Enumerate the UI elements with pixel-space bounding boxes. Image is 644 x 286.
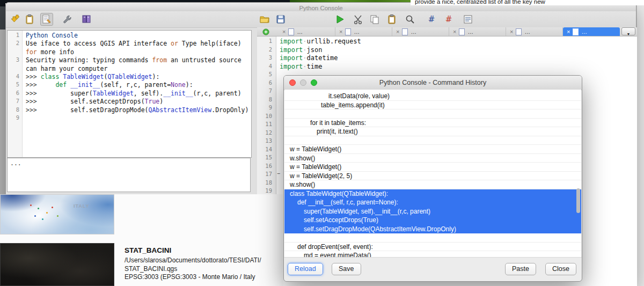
fold-marker[interactable]: −: [277, 171, 280, 177]
copy-icon: [369, 14, 380, 25]
line-number: 10: [257, 113, 276, 121]
object-inspector-button[interactable]: [462, 13, 474, 26]
close-tab-icon[interactable]: ×: [567, 29, 570, 34]
history-item[interactable]: w = TableWidget(): [284, 163, 581, 172]
code-line: Python Console: [26, 32, 251, 40]
line-number: [8, 48, 22, 56]
history-item[interactable]: table_items.append(it): [284, 101, 581, 110]
editor-tab-active[interactable]: ×…: [563, 27, 620, 36]
close-tab-icon[interactable]: ×: [453, 29, 456, 34]
line-number: 9: [8, 114, 22, 122]
help-button[interactable]: [80, 13, 93, 26]
history-item[interactable]: w = TableWidget(2, 5): [284, 172, 581, 181]
document-icon: [288, 28, 294, 35]
reload-button[interactable]: Reload: [288, 263, 323, 275]
editor-tab[interactable]: ×…: [279, 27, 335, 36]
close-tab-icon[interactable]: ×: [396, 29, 399, 34]
history-list[interactable]: it.setData(role, value)table_items.appen…: [284, 90, 581, 258]
document-icon: [402, 28, 408, 35]
import-class-button[interactable]: [9, 13, 22, 26]
project-title: STAT_BACINI: [125, 246, 281, 254]
cut-button[interactable]: [352, 13, 364, 26]
project-entry[interactable]: STAT_BACINI /Users/slarosa/Documents/dot…: [125, 246, 281, 282]
editor-tab[interactable]: ×…: [392, 27, 449, 36]
new-editor-icon[interactable]: [262, 28, 269, 35]
tab-label: …: [581, 28, 587, 35]
history-item[interactable]: class TableWidget(QTableWidget):: [284, 189, 581, 199]
line-number: 8: [257, 96, 276, 105]
document-icon: [516, 28, 522, 35]
find-text-button[interactable]: [404, 13, 416, 26]
history-item[interactable]: w.show(): [284, 154, 581, 163]
svg-text:#: #: [428, 14, 435, 24]
close-window-button[interactable]: [289, 79, 296, 86]
run-icon: [334, 14, 345, 25]
project-thumbnail-map[interactable]: ITALY: [0, 194, 114, 234]
code-line: Security warning: typing commands from a…: [26, 56, 251, 64]
console-output[interactable]: 123456789 Python ConsoleUse iface to acc…: [7, 30, 252, 158]
comment-code-button[interactable]: #: [425, 13, 438, 26]
options-button[interactable]: [61, 13, 74, 26]
close-tab-icon[interactable]: ×: [282, 29, 286, 34]
wrench-icon: [62, 14, 72, 25]
line-number: 7: [8, 98, 22, 106]
background-browser-text: provide a nice, centralized list of all …: [415, 0, 545, 5]
help-book-icon: [81, 14, 92, 25]
show-editor-toggle-button[interactable]: [40, 13, 53, 26]
history-item[interactable]: w = TableWidget(): [284, 145, 581, 154]
tab-list-dropdown-button[interactable]: ▼: [621, 27, 635, 35]
line-number: 5: [8, 81, 22, 89]
code-line: [26, 114, 251, 122]
code-line: >>> self.setDragDropMode(QAbstractItemVi…: [26, 106, 251, 114]
history-item[interactable]: self.setAcceptDrops(True): [284, 216, 581, 225]
editor-tab[interactable]: ×…: [335, 27, 392, 36]
background-window-edge: [636, 5, 644, 286]
history-item[interactable]: [284, 109, 581, 119]
code-line: for more info: [26, 48, 251, 56]
open-script-button[interactable]: [258, 13, 271, 26]
paste-clipboard-button[interactable]: [23, 13, 36, 26]
tab-label: …: [524, 28, 530, 35]
save-button[interactable]: Save: [332, 263, 361, 275]
history-item[interactable]: super(TableWidget, self).__init__(r,c, p…: [284, 207, 581, 216]
history-item[interactable]: self.setDragDropMode(QAbstractItemView.D…: [284, 225, 581, 234]
save-script-button[interactable]: [274, 13, 287, 26]
zoom-window-button[interactable]: [311, 79, 317, 86]
editor-tab[interactable]: ×…: [506, 27, 563, 36]
command-history-dialog: Python Console - Command History it.setD…: [283, 75, 582, 282]
open-folder-icon: [259, 14, 270, 25]
line-number: 7: [257, 87, 276, 96]
editor-tabbar: ×…×…×…×…×…×… ▼: [257, 27, 637, 36]
line-number: 12: [257, 129, 276, 138]
minimize-window-button[interactable]: [300, 79, 306, 86]
document-icon: [459, 28, 465, 35]
history-item[interactable]: [284, 136, 581, 145]
paste-button[interactable]: [385, 13, 398, 26]
console-input[interactable]: ...: [7, 158, 251, 192]
project-thumbnail-satellite[interactable]: [0, 243, 114, 286]
history-item[interactable]: def __init__(self, r,c, parent=None):: [284, 198, 581, 207]
line-number: 6: [8, 90, 22, 98]
close-tab-icon[interactable]: ×: [339, 29, 342, 34]
history-item[interactable]: print(it, it.text(): [284, 127, 581, 136]
close-tab-icon[interactable]: ×: [510, 29, 513, 34]
editor-tab[interactable]: ×…: [449, 27, 506, 36]
line-number: 16: [257, 163, 276, 171]
history-item[interactable]: def dropEvent(self, event):: [284, 243, 581, 252]
history-item[interactable]: for it in table_items:: [284, 119, 581, 128]
copy-button[interactable]: [368, 13, 381, 26]
history-item[interactable]: it.setData(role, value): [284, 92, 581, 101]
code-line: import·urllib.request: [280, 38, 637, 46]
run-script-button[interactable]: [333, 13, 346, 26]
code-line: import·json: [280, 46, 637, 55]
uncomment-code-button[interactable]: #: [442, 13, 455, 26]
history-scrollbar-thumb[interactable]: [576, 188, 580, 213]
paste-history-button[interactable]: Paste: [505, 263, 536, 275]
history-item[interactable]: [284, 233, 581, 243]
history-item[interactable]: w.show(): [284, 180, 581, 189]
dialog-titlebar[interactable]: Python Console - Command History: [284, 76, 582, 90]
background-browser-fragment: provide a nice, centralized list of all …: [411, 0, 644, 5]
close-dialog-button[interactable]: Close: [545, 263, 576, 275]
scissors-icon: [353, 14, 363, 25]
line-number: 6: [257, 79, 276, 88]
